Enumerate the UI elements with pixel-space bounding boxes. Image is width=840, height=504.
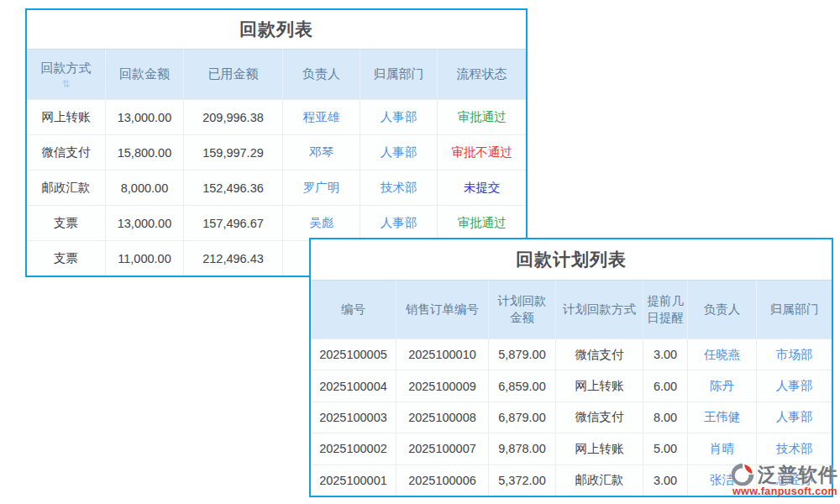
cell-owner-link[interactable]: 吴彪 — [282, 205, 360, 240]
payment-list-table: 回款列表 回款方式 ⇅ 回款金额 已用金额 负责人 归属部门 流程状态 网上转账… — [25, 8, 528, 277]
cell-dept-link[interactable]: 市场部 — [756, 339, 832, 370]
cell-plan-method: 邮政汇款 — [555, 465, 643, 496]
cell-remind-days: 8.00 — [643, 402, 687, 433]
cell-plan-method: 微信支付 — [555, 402, 643, 433]
cell-remind-days: 6.00 — [643, 370, 687, 401]
column-header-plan-amount: 计划回款金额 — [488, 280, 555, 339]
sort-icon[interactable]: ⇅ — [61, 79, 70, 89]
cell-owner-link[interactable]: 王伟健 — [687, 402, 756, 433]
cell-amount: 11,000.00 — [105, 240, 183, 276]
cell-amount: 8,000.00 — [105, 170, 183, 205]
cell-owner-link[interactable]: 任晓燕 — [687, 339, 756, 370]
cell-plan-amount: 5,372.00 — [488, 465, 555, 496]
fanpu-logo-icon — [729, 461, 756, 488]
cell-no: 2025100002 — [311, 433, 396, 464]
column-header-dept: 归属部门 — [360, 49, 437, 99]
cell-plan-method: 微信支付 — [555, 339, 643, 370]
payment-plan-table: 回款计划列表 编号 销售订单编号 计划回款金额 计划回款方式 提前几日提醒 负责… — [309, 238, 833, 497]
cell-dept-link[interactable]: 技术部 — [360, 170, 437, 205]
cell-dept-link[interactable]: 人事部 — [360, 134, 437, 170]
payment-plan-title: 回款计划列表 — [311, 239, 832, 280]
cell-plan-amount: 6,859.00 — [488, 370, 555, 401]
cell-method: 支票 — [27, 205, 105, 240]
fanpu-brand-text: 泛普软件 — [758, 462, 838, 488]
payment-list-title: 回款列表 — [27, 10, 526, 49]
column-header-dept: 归属部门 — [756, 280, 832, 339]
cell-method: 支票 — [27, 240, 105, 276]
cell-amount: 13,000.00 — [105, 99, 183, 134]
cell-no: 2025100004 — [311, 370, 396, 401]
fanpu-watermark: 泛普软件 www.fanpusoft.com — [729, 461, 840, 500]
cell-plan-method: 网上转账 — [555, 370, 643, 401]
cell-method: 邮政汇款 — [27, 170, 105, 205]
cell-order-no: 2025100006 — [396, 465, 488, 496]
cell-amount: 13,000.00 — [105, 205, 183, 240]
cell-plan-amount: 5,879.00 — [488, 339, 555, 370]
cell-order-no: 2025100009 — [396, 370, 488, 401]
cell-method: 网上转账 — [27, 99, 105, 134]
column-header-amount: 回款金额 — [105, 49, 183, 99]
cell-remind-days: 3.00 — [643, 465, 687, 496]
cell-no: 2025100001 — [311, 465, 396, 496]
cell-dept-link[interactable]: 人事部 — [756, 370, 832, 401]
cell-used: 152,496.36 — [183, 170, 282, 205]
cell-method: 微信支付 — [27, 134, 105, 170]
column-header-order-no: 销售订单编号 — [396, 280, 488, 339]
column-header-method[interactable]: 回款方式 ⇅ — [27, 49, 105, 99]
cell-no: 2025100005 — [311, 339, 396, 370]
column-header-remind-days: 提前几日提醒 — [643, 280, 687, 339]
cell-remind-days: 3.00 — [643, 339, 687, 370]
cell-owner-link[interactable]: 邓琴 — [282, 134, 360, 170]
column-header-used: 已用金额 — [183, 49, 282, 99]
cell-status: 未提交 — [437, 170, 526, 205]
cell-plan-amount: 9,878.00 — [488, 433, 555, 464]
cell-dept-link[interactable]: 技术部 — [756, 433, 832, 464]
cell-dept-link[interactable]: 人事部 — [360, 99, 437, 134]
cell-dept-link[interactable]: 人事部 — [360, 205, 437, 240]
cell-used: 157,496.67 — [183, 205, 282, 240]
cell-plan-amount: 6,879.00 — [488, 402, 555, 433]
cell-status: 审批通过 — [437, 205, 526, 240]
cell-plan-method: 网上转账 — [555, 433, 643, 464]
cell-order-no: 2025100008 — [396, 402, 488, 433]
cell-remind-days: 5.00 — [643, 433, 687, 464]
cell-owner-link[interactable]: 程亚雄 — [282, 99, 360, 134]
fanpu-url-text: www.fanpusoft.com — [732, 486, 837, 497]
cell-owner-link[interactable]: 肖晴 — [687, 433, 756, 464]
column-header-owner: 负责人 — [687, 280, 756, 339]
cell-used: 209,996.38 — [183, 99, 282, 134]
column-header-status: 流程状态 — [437, 49, 526, 99]
cell-status: 审批不通过 — [437, 134, 526, 170]
cell-used: 159,997.29 — [183, 134, 282, 170]
cell-status: 审批通过 — [437, 99, 526, 134]
column-header-plan-method: 计划回款方式 — [555, 280, 643, 339]
cell-amount: 15,800.00 — [105, 134, 183, 170]
cell-dept-link[interactable]: 人事部 — [756, 402, 832, 433]
cell-order-no: 2025100007 — [396, 433, 488, 464]
cell-owner-link[interactable]: 罗广明 — [282, 170, 360, 205]
cell-no: 2025100003 — [311, 402, 396, 433]
cell-owner-link[interactable]: 陈丹 — [687, 370, 756, 401]
column-header-no: 编号 — [311, 280, 396, 339]
cell-used: 212,496.43 — [183, 240, 282, 276]
column-header-owner: 负责人 — [282, 49, 360, 99]
cell-order-no: 2025100010 — [396, 339, 488, 370]
